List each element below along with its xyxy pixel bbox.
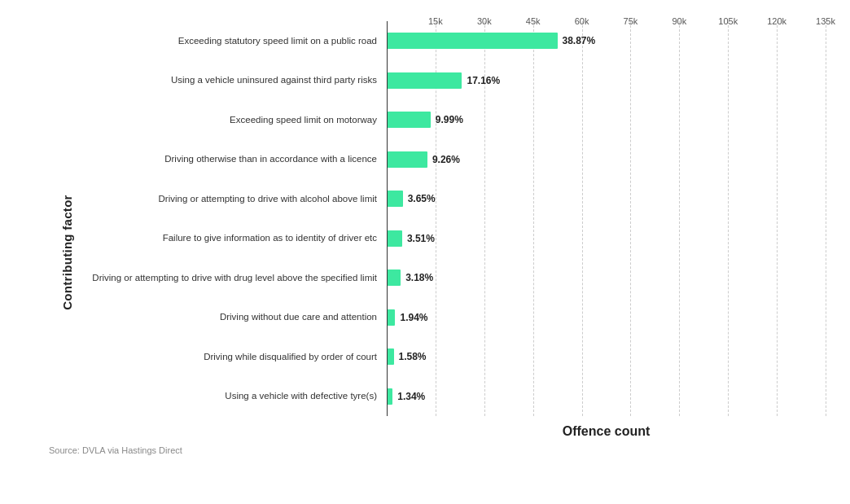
bar-fill <box>387 72 462 89</box>
bar-row: Exceeding statutory speed limit on a pub… <box>49 21 826 61</box>
bar-label: Driving otherwise than in accordance wit… <box>49 153 387 165</box>
bars-area: Exceeding statutory speed limit on a pub… <box>49 21 826 416</box>
divider-line <box>387 21 388 416</box>
bar-track: 3.51% <box>387 219 826 259</box>
bar-fill <box>387 388 392 405</box>
bar-row: Driving otherwise than in accordance wit… <box>49 140 826 180</box>
bar-track: 3.65% <box>387 179 826 219</box>
bar-track: 1.94% <box>387 298 826 338</box>
bar-pct-label: 3.51% <box>407 233 435 244</box>
bar-label: Driving or attempting to drive with drug… <box>49 272 387 284</box>
bar-row: Using a vehicle with defective tyre(s)1.… <box>49 377 826 417</box>
bar-fill <box>387 230 402 247</box>
x-axis-label: Offence count <box>387 424 826 439</box>
bar-track: 9.26% <box>387 140 826 180</box>
bar-fill <box>387 151 427 168</box>
bar-track: 3.18% <box>387 258 826 298</box>
bar-label: Exceeding speed limit on motorway <box>49 114 387 126</box>
bar-label: Driving without due care and attention <box>49 311 387 323</box>
bar-fill <box>387 191 403 207</box>
bar-label: Driving while disqualified by order of c… <box>49 351 387 363</box>
source-text: Source: DVLA via Hastings Direct <box>49 445 826 455</box>
bar-row: Using a vehicle uninsured against third … <box>49 61 826 101</box>
bar-label: Using a vehicle uninsured against third … <box>49 74 387 86</box>
bar-label: Driving or attempting to drive with alco… <box>49 193 387 205</box>
bar-track: 9.99% <box>387 100 826 140</box>
bar-pct-label: 17.16% <box>467 75 500 86</box>
bar-pct-label: 1.34% <box>397 391 425 402</box>
bar-track: 1.34% <box>387 377 826 417</box>
bar-track: 17.16% <box>387 61 826 101</box>
bar-label: Using a vehicle with defective tyre(s) <box>49 390 387 402</box>
bar-fill <box>387 112 431 128</box>
bar-row: Exceeding speed limit on motorway9.99% <box>49 100 826 140</box>
bar-fill <box>387 348 394 365</box>
bar-row: Driving or attempting to drive with alco… <box>49 179 826 219</box>
bar-track: 1.58% <box>387 337 826 377</box>
bar-pct-label: 1.94% <box>400 312 427 323</box>
grid-line <box>826 21 826 416</box>
bar-pct-label: 1.58% <box>399 351 427 362</box>
chart-inner: 15k30k45k60k75k90k105k120k135k Exceeding… <box>24 16 826 439</box>
bar-row: Driving while disqualified by order of c… <box>49 337 826 377</box>
bar-pct-label: 3.18% <box>405 272 433 283</box>
bar-pct-label: 9.26% <box>432 154 460 165</box>
bar-fill <box>387 309 395 326</box>
bar-pct-label: 9.99% <box>436 114 463 125</box>
bar-row: Failure to give information as to identi… <box>49 219 826 259</box>
bar-track: 38.87% <box>387 21 826 61</box>
bar-pct-label: 3.65% <box>408 193 436 204</box>
bar-fill <box>387 33 558 49</box>
bar-fill <box>387 270 401 286</box>
bar-label: Exceeding statutory speed limit on a pub… <box>49 35 387 47</box>
chart-container: Contributing factor 15k30k45k60k75k90k10… <box>0 0 850 504</box>
bar-pct-label: 38.87% <box>563 35 596 46</box>
bar-row: Driving or attempting to drive with drug… <box>49 258 826 298</box>
bar-row: Driving without due care and attention1.… <box>49 298 826 338</box>
bar-label: Failure to give information as to identi… <box>49 232 387 244</box>
